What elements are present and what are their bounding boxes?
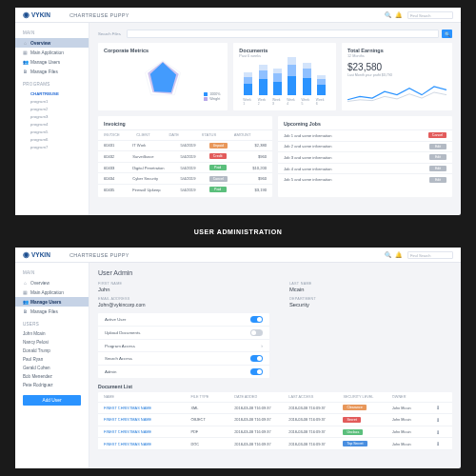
permission-toggle[interactable]: Admin xyxy=(98,366,269,378)
sidebar-item-manage-users[interactable]: 👥Manage Users xyxy=(15,57,89,67)
security-badge: Unclass xyxy=(343,429,363,435)
card-title: Documents xyxy=(239,48,330,53)
bar-column: Week 5 xyxy=(301,63,311,106)
permission-toggle[interactable]: Program Access› xyxy=(98,340,269,352)
search-submit-button[interactable]: 🔍 xyxy=(442,30,452,38)
table-row[interactable]: FINEST CHRISTMAS NAMEXML2018-03-08 T16:0… xyxy=(98,403,452,415)
download-icon[interactable]: ⬇ xyxy=(430,405,446,410)
first-name-value: John xyxy=(98,287,261,292)
download-icon[interactable]: ⬇ xyxy=(430,417,446,423)
sidebar-item-overview[interactable]: ⌂Overview xyxy=(15,38,89,48)
table-row[interactable]: 60432Surveillance5/4/2019Credit$960 xyxy=(98,150,272,162)
permission-toggles: Active UserUpload DocumentsProgram Acces… xyxy=(98,313,269,378)
chevron-right-icon: › xyxy=(261,343,263,348)
sidebar-program-7[interactable]: program7 xyxy=(15,143,89,150)
project-title: CHARTREUSE PUPPY xyxy=(69,252,129,258)
status-badge[interactable]: Edit xyxy=(429,144,446,149)
sidebar-user[interactable]: Donald Trump xyxy=(15,347,89,355)
sidebar-program-4[interactable]: program4 xyxy=(15,120,89,128)
brand-text: VYKIN xyxy=(31,11,50,18)
grid-icon: ▦ xyxy=(23,50,28,55)
table-row[interactable]: Job 3 and some informationEdit xyxy=(278,151,452,163)
table-row[interactable]: FINEST CHRISTMAS NAMEDOC2018-03-08 T16:0… xyxy=(98,438,452,450)
table-row[interactable]: Job 2 and some informationEdit xyxy=(278,141,452,152)
table-row[interactable]: 60431IT Work5/4/2019Unpaid$2,380 xyxy=(98,140,272,151)
status-badge[interactable]: Cancel xyxy=(428,132,446,138)
toggle-switch[interactable] xyxy=(250,368,263,375)
search-icon[interactable]: 🔍 xyxy=(385,11,391,18)
doc-name-link[interactable]: FINEST CHRISTMAS NAME xyxy=(104,429,190,434)
bar-column: Week 6 xyxy=(316,75,327,106)
sidebar-user[interactable]: Nancy Pelosi xyxy=(15,338,89,347)
security-badge: Top Secret xyxy=(343,441,367,446)
notification-icon[interactable]: 🔔 xyxy=(395,11,402,18)
security-badge: Secret xyxy=(343,417,360,423)
table-row[interactable]: FINEST CHRISTMAS NAMEPDF2018-03-08 T16:0… xyxy=(98,426,452,439)
sidebar-item-main-app[interactable]: ▦Main Application xyxy=(15,288,89,297)
card-total-earnings: Total Earnings 12 Months $23,580 Last Mo… xyxy=(342,43,452,110)
table-row[interactable]: FINEST CHRISTMAS NAMEOBJECT2018-03-08 T1… xyxy=(98,414,452,426)
sidebar-item-overview[interactable]: ⌂Overview xyxy=(15,278,89,288)
brand-text: VYKIN xyxy=(31,251,50,258)
sidebar-program-6[interactable]: program6 xyxy=(15,135,89,143)
toggle-switch[interactable] xyxy=(250,355,263,362)
download-icon[interactable]: ⬇ xyxy=(430,429,446,435)
brand-logo[interactable]: ◉VYKIN xyxy=(23,250,50,259)
table-row[interactable]: Job 1 and some informationCancel xyxy=(278,129,452,141)
permission-toggle[interactable]: Active User xyxy=(98,313,269,327)
permission-toggle[interactable]: Search Access xyxy=(98,352,269,366)
sidebar-user[interactable]: Pete Rodriguez xyxy=(15,381,89,389)
users-icon: 👥 xyxy=(23,60,28,65)
sidebar-program-1[interactable]: program1 xyxy=(15,97,89,105)
status-badge[interactable]: Edit xyxy=(429,154,446,160)
search-files-input[interactable] xyxy=(127,30,439,38)
doc-name-link[interactable]: FINEST CHRISTMAS NAME xyxy=(104,442,190,446)
toggle-switch[interactable] xyxy=(250,316,263,323)
sidebar-item-manage-files[interactable]: 🗎Manage Files xyxy=(15,67,89,76)
sidebar-program-2[interactable]: program2 xyxy=(15,105,89,112)
table-row[interactable]: Job 4 and some informationEdit xyxy=(278,163,452,174)
panel-upcoming-jobs: Upcoming Jobs Job 1 and some information… xyxy=(278,116,452,197)
add-user-button[interactable]: Add User xyxy=(23,395,81,406)
section-label-user-admin: USER ADMINISTRATION xyxy=(0,228,476,235)
notification-icon[interactable]: 🔔 xyxy=(395,251,402,258)
sidebar-user[interactable]: Bob Menendez xyxy=(15,372,89,381)
topbar-search[interactable]: Find Search xyxy=(407,11,453,19)
user-admin-main: User Admin FIRST NAMEJohn LAST NAMEMcain… xyxy=(89,263,461,468)
brand-logo[interactable]: ◉VYKIN xyxy=(23,10,50,19)
doclist-title: Document List xyxy=(98,384,452,389)
home-icon: ⌂ xyxy=(23,41,28,46)
download-icon[interactable]: ⬇ xyxy=(430,441,446,446)
sidebar-program-5[interactable]: program5 xyxy=(15,128,89,135)
permission-toggle[interactable]: Upload Documents xyxy=(98,327,269,340)
table-row[interactable]: 60435Firewall Upkeep5/4/2019Paid$3,190 xyxy=(98,184,272,195)
search-icon[interactable]: 🔍 xyxy=(385,251,391,258)
sidebar-user[interactable]: Paul Ryan xyxy=(15,355,89,364)
dashboard-main: Search Files 🔍 Corporate Metrics xyxy=(89,23,461,215)
field-label: DEPARTMENT xyxy=(289,297,452,301)
bar-column: Week 2 xyxy=(258,65,268,106)
status-badge[interactable]: Edit xyxy=(429,166,446,171)
table-row[interactable]: 60434Cyber Security5/4/2019Cancel$960 xyxy=(98,172,272,184)
sidebar-user[interactable]: John Mcain xyxy=(15,329,89,338)
sidebar-item-manage-users[interactable]: 👥Manage Users xyxy=(15,297,89,307)
topbar-search[interactable]: Find Search xyxy=(407,251,453,259)
table-row[interactable]: 60433Digital Penetration5/4/2019Paid$10,… xyxy=(98,162,272,173)
status-badge: Paid xyxy=(209,165,227,170)
bar-column: Week 4 xyxy=(287,57,297,106)
sidebar-program-3[interactable]: program3 xyxy=(15,112,89,120)
table-row[interactable]: Job 5 and some informationEdit xyxy=(278,173,452,185)
doc-name-link[interactable]: FINEST CHRISTMAS NAME xyxy=(104,417,190,422)
sidebar-section-programs: PROGRAMS xyxy=(15,80,89,89)
status-badge: Paid xyxy=(209,187,227,192)
panel-invoicing: Invoicing INVOICECLIENTDATESTATUSAMOUNT6… xyxy=(98,116,272,197)
grid-icon: ▦ xyxy=(23,290,28,295)
status-badge[interactable]: Edit xyxy=(429,177,446,183)
toggle-switch[interactable] xyxy=(250,329,263,336)
doc-name-link[interactable]: FINEST CHRISTMAS NAME xyxy=(104,406,190,410)
sidebar-item-main-app[interactable]: ▦Main Application xyxy=(15,48,89,57)
sidebar-item-manage-files[interactable]: 🗎Manage Files xyxy=(15,307,89,316)
sidebar-program-0[interactable]: CHARTREUSE xyxy=(15,89,89,97)
sidebar-user[interactable]: Gerald Cohen xyxy=(15,364,89,372)
radar-legend: 1000% Weight xyxy=(204,92,220,102)
